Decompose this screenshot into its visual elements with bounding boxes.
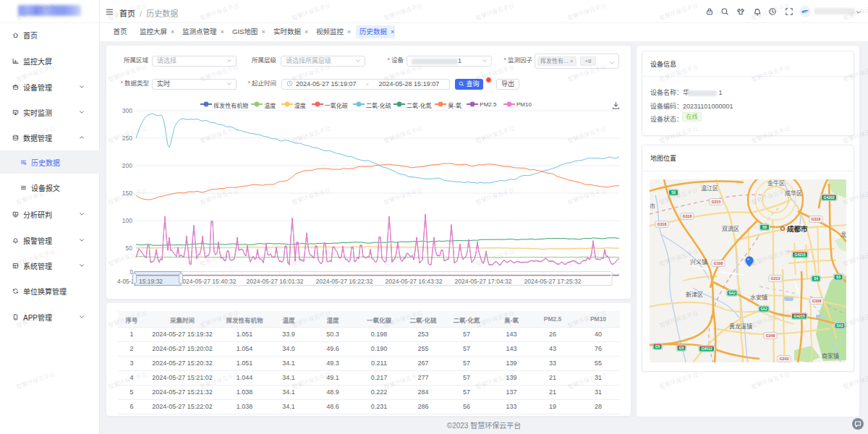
svg-text:G5: G5 <box>679 346 684 350</box>
svg-text:G318: G318 <box>658 222 667 226</box>
svg-text:S3: S3 <box>836 275 841 279</box>
svg-text:SA2: SA2 <box>836 323 843 328</box>
svg-text:SA2: SA2 <box>728 291 736 295</box>
svg-text:金牛区: 金牛区 <box>767 179 785 187</box>
svg-text:G5: G5 <box>655 344 660 349</box>
svg-text:G318: G318 <box>683 214 692 218</box>
svg-text:温江区: 温江区 <box>701 185 718 192</box>
svg-text:G4202: G4202 <box>823 195 834 200</box>
svg-text:水安镇: 水安镇 <box>750 294 767 301</box>
svg-text:G248: G248 <box>766 333 775 338</box>
svg-text:SA2: SA2 <box>760 307 767 311</box>
svg-text:G4215: G4215 <box>794 252 805 257</box>
svg-text:G215: G215 <box>712 200 721 204</box>
svg-text:新津区: 新津区 <box>686 291 703 298</box>
svg-text:G108: G108 <box>714 261 723 265</box>
svg-text:成华区: 成华区 <box>785 190 802 197</box>
svg-text:成都市: 成都市 <box>787 225 808 233</box>
svg-text:市: 市 <box>650 203 655 210</box>
svg-text:黄龙溪镇: 黄龙溪镇 <box>729 323 752 330</box>
svg-text:G4215: G4215 <box>793 314 804 318</box>
svg-text:S6: S6 <box>762 225 767 229</box>
svg-text:G243: G243 <box>780 357 789 361</box>
svg-text:G213: G213 <box>771 276 780 281</box>
svg-text:G6512: G6512 <box>701 346 712 351</box>
svg-text:S4: S4 <box>814 276 818 281</box>
svg-text:龙: 龙 <box>841 231 846 238</box>
svg-text:商家镇: 商家镇 <box>822 352 839 359</box>
svg-text:兴义镇: 兴义镇 <box>690 258 707 265</box>
svg-text:双流区: 双流区 <box>722 225 739 232</box>
svg-text:G108: G108 <box>812 299 822 303</box>
svg-text:G318: G318 <box>812 217 821 221</box>
svg-text:S8: S8 <box>671 190 676 195</box>
